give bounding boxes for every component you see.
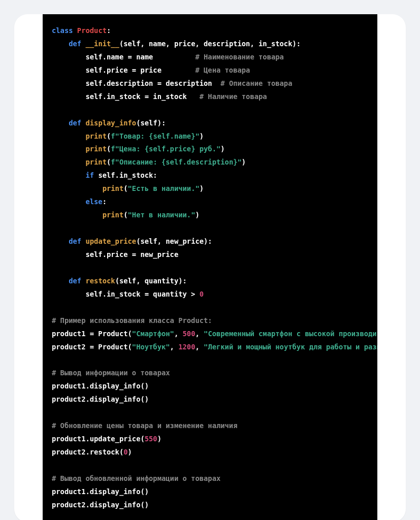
code-line: product1.display_info() bbox=[52, 485, 368, 499]
code-line: self.price = price # Цена товара bbox=[52, 64, 368, 77]
token-str: "Смартфон" bbox=[132, 330, 174, 338]
token-id bbox=[52, 158, 85, 166]
token-cls: Product bbox=[77, 26, 107, 35]
code-line: self.price = new_price bbox=[52, 248, 368, 262]
token-str: "Легкий и мощный ноутбук для работы и ра… bbox=[204, 343, 377, 351]
code-line: print(f"Описание: {self.description}") bbox=[52, 156, 368, 169]
token-cmt: # Пример использования класса Product: bbox=[52, 316, 212, 324]
token-id: ) bbox=[128, 448, 132, 456]
token-fn: __init__ bbox=[85, 40, 119, 48]
token-id: product1.display_info() bbox=[52, 382, 149, 390]
code-line: # Обновление цены товара и изменение нал… bbox=[52, 419, 368, 433]
token-id bbox=[52, 237, 69, 245]
code-line bbox=[52, 353, 368, 367]
token-cmt: # Обновление цены товара и изменение нал… bbox=[52, 421, 237, 430]
token-pri: print bbox=[85, 145, 107, 153]
token-id: self.in_stock = in_stock bbox=[52, 92, 200, 101]
token-str: "Нет в наличии." bbox=[128, 211, 196, 219]
token-num: 1200 bbox=[178, 343, 195, 351]
code-line: self.name = name # Наименование товара bbox=[52, 51, 368, 64]
token-str: f"Товар: {self.name}" bbox=[111, 132, 199, 140]
token-num: 0 bbox=[200, 290, 204, 298]
token-id bbox=[52, 198, 85, 206]
code-line: self.in_stock = in_stock # Наличие товар… bbox=[52, 90, 368, 104]
code-line: else: bbox=[52, 196, 368, 209]
token-id: product2.display_info() bbox=[52, 395, 149, 403]
token-str: f"Цена: {self.price} руб." bbox=[111, 145, 220, 153]
token-id: (self): bbox=[136, 119, 166, 127]
token-kw: class bbox=[52, 26, 77, 35]
token-str: "Современный смартфон с высокой производ… bbox=[204, 330, 377, 338]
token-id: ) bbox=[200, 184, 204, 192]
token-id: , bbox=[195, 330, 204, 338]
token-id bbox=[52, 145, 85, 153]
token-id bbox=[52, 119, 69, 127]
token-id: product2.restock( bbox=[52, 448, 123, 456]
token-cmt: # Описание товара bbox=[220, 79, 292, 87]
code-line: product1.display_info() bbox=[52, 380, 368, 393]
token-cmt: # Вывод информации о товарах bbox=[52, 369, 170, 377]
token-id: ) bbox=[195, 211, 199, 219]
code-line bbox=[52, 104, 368, 117]
token-cmt: # Цена товара bbox=[195, 66, 250, 74]
code-line bbox=[52, 459, 368, 472]
token-pri: print bbox=[103, 184, 124, 192]
code-line: print(f"Цена: {self.price} руб.") bbox=[52, 143, 368, 156]
code-line: print(f"Товар: {self.name}") bbox=[52, 130, 368, 143]
token-str: "Есть в наличии." bbox=[128, 184, 200, 192]
code-line: product2.display_info() bbox=[52, 499, 368, 512]
code-line: product2.display_info() bbox=[52, 393, 368, 406]
token-kw: def bbox=[69, 237, 85, 245]
token-id: product2.display_info() bbox=[52, 501, 149, 509]
code-line: # Вывод информации о товарах bbox=[52, 367, 368, 380]
token-id: (self, new_price): bbox=[136, 237, 212, 245]
token-id: (self, name, price, description, in_stoc… bbox=[119, 40, 301, 48]
token-id: ) bbox=[200, 132, 204, 140]
token-id: product2 = Product( bbox=[52, 343, 132, 351]
token-id: (self, quantity): bbox=[115, 277, 187, 285]
token-id: self.price = price bbox=[52, 66, 195, 74]
code-line: # Вывод обновленной информации о товарах bbox=[52, 472, 368, 485]
code-line: self.description = description # Описани… bbox=[52, 77, 368, 90]
code-line: if self.in_stock: bbox=[52, 169, 368, 182]
code-line: def __init__(self, name, price, descript… bbox=[52, 38, 368, 51]
token-id bbox=[52, 211, 103, 219]
token-id bbox=[52, 277, 69, 285]
token-id: , bbox=[174, 330, 183, 338]
token-id bbox=[52, 184, 103, 192]
token-kw: if bbox=[85, 171, 94, 179]
code-line: product1.update_price(550) bbox=[52, 433, 368, 446]
code-line: print("Нет в наличии.") bbox=[52, 209, 368, 222]
token-kw: def bbox=[69, 119, 85, 127]
code-line: class Product: bbox=[52, 24, 368, 38]
token-id: self.price = new_price bbox=[52, 250, 178, 258]
token-fn: display_info bbox=[85, 119, 136, 127]
token-id bbox=[52, 132, 85, 140]
token-fn: restock bbox=[85, 277, 115, 285]
token-kw: else bbox=[85, 198, 102, 206]
code-line: product1 = Product("Смартфон", 500, "Сов… bbox=[52, 328, 368, 341]
token-id: self.in_stock: bbox=[94, 171, 157, 179]
code-line: # Пример использования класса Product: bbox=[52, 314, 368, 328]
code-line bbox=[52, 262, 368, 275]
token-id: ( bbox=[123, 211, 127, 219]
code-card: class Product: def __init__(self, name, … bbox=[14, 14, 406, 520]
token-id bbox=[52, 40, 69, 48]
token-kw: def bbox=[69, 277, 85, 285]
python-code-block: class Product: def __init__(self, name, … bbox=[43, 14, 377, 520]
token-cmt: # Вывод обновленной информации о товарах bbox=[52, 474, 220, 482]
code-line bbox=[52, 222, 368, 235]
token-id: : bbox=[107, 26, 111, 35]
token-id bbox=[52, 171, 85, 179]
token-pri: print bbox=[103, 211, 124, 219]
token-num: 500 bbox=[183, 330, 196, 338]
token-id: ) bbox=[242, 158, 246, 166]
token-kw: def bbox=[69, 40, 85, 48]
code-line: product2.restock(0) bbox=[52, 446, 368, 459]
token-cmt: # Наименование товара bbox=[195, 53, 283, 61]
code-line: def restock(self, quantity): bbox=[52, 275, 368, 288]
code-line: print("Есть в наличии.") bbox=[52, 182, 368, 196]
token-id: self.in_stock = quantity > bbox=[52, 290, 200, 298]
token-pri: print bbox=[85, 158, 107, 166]
token-id: ) bbox=[157, 435, 161, 443]
